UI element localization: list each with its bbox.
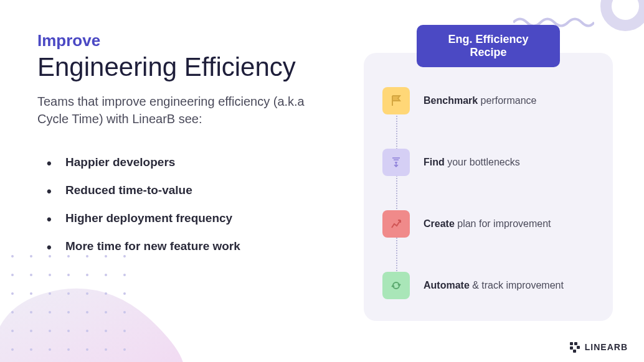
description: Teams that improve engineering efficienc… xyxy=(37,93,339,128)
step-text: Find your bottlenecks xyxy=(424,157,520,168)
bottleneck-icon xyxy=(382,149,410,176)
bullet-item: Higher deployment frequency xyxy=(47,211,339,225)
svg-rect-45 xyxy=(577,346,580,349)
logo-icon xyxy=(569,341,581,353)
logo: LINEARB xyxy=(569,341,628,353)
left-panel: Improve Engineering Efficiency Teams tha… xyxy=(37,25,339,337)
recipe-connector-line xyxy=(396,96,397,284)
recipe-header: Eng. Efficiency Recipe xyxy=(417,25,560,67)
right-panel: Eng. Efficiency Recipe Benchmark perform… xyxy=(364,25,613,337)
recipe-step: Create plan for improvement xyxy=(382,210,594,238)
step-text: Create plan for improvement xyxy=(424,218,551,230)
recipe-step: Find your bottlenecks xyxy=(382,149,594,176)
step-text: Benchmark performance xyxy=(424,95,536,106)
bullet-list: Happier developers Reduced time-to-value… xyxy=(37,155,339,253)
step-text: Automate & track improvement xyxy=(424,280,564,291)
svg-rect-46 xyxy=(573,350,576,353)
recipe-step: Automate & track improvement xyxy=(382,272,594,299)
svg-rect-42 xyxy=(570,342,573,345)
logo-text: LINEARB xyxy=(585,342,628,352)
refresh-icon xyxy=(382,272,410,299)
bullet-item: Reduced time-to-value xyxy=(47,183,339,197)
recipe-step: Benchmark performance xyxy=(382,87,594,114)
svg-rect-44 xyxy=(570,346,573,350)
small-title: Improve xyxy=(37,31,339,50)
svg-rect-43 xyxy=(574,342,577,345)
recipe-card: Benchmark performance Find your bottlene… xyxy=(364,53,613,321)
flag-icon xyxy=(382,87,410,114)
big-title: Engineering Efficiency xyxy=(37,53,339,81)
bullet-item: More time for new feature work xyxy=(47,239,339,253)
bullet-item: Happier developers xyxy=(47,155,339,169)
chart-icon xyxy=(382,210,410,238)
